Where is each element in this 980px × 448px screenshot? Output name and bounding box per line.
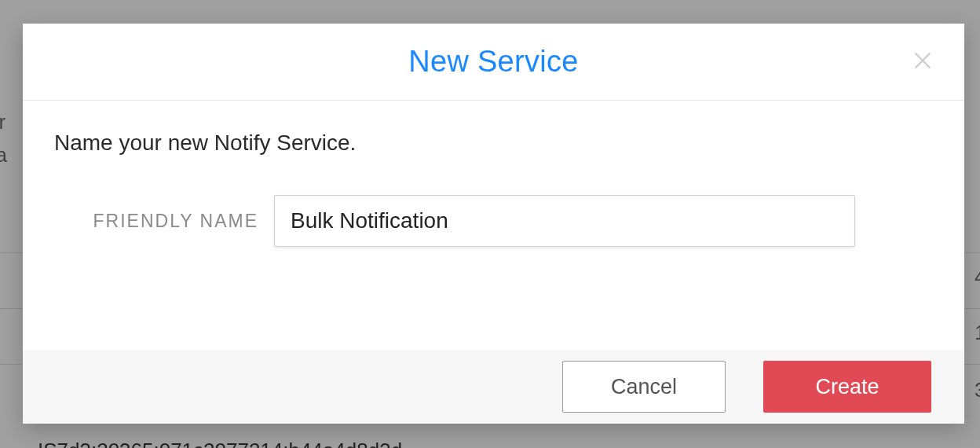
friendly-name-label: FRIENDLY NAME [54, 211, 274, 232]
close-icon [912, 50, 934, 74]
cancel-button[interactable]: Cancel [562, 361, 726, 413]
create-button[interactable]: Create [763, 361, 931, 413]
new-service-modal: New Service Name your new Notify Service… [23, 24, 964, 424]
close-button[interactable] [908, 47, 938, 77]
modal-header: New Service [23, 24, 964, 101]
modal-footer: Cancel Create [23, 350, 964, 424]
modal-title: New Service [408, 45, 579, 79]
friendly-name-row: FRIENDLY NAME [54, 195, 933, 247]
bg-row-text: IS7d3:20365:071c2077214:b44a4d8d3d [38, 439, 402, 448]
friendly-name-input[interactable] [274, 195, 855, 247]
modal-instruction: Name your new Notify Service. [54, 130, 933, 156]
modal-body: Name your new Notify Service. FRIENDLY N… [23, 101, 964, 350]
